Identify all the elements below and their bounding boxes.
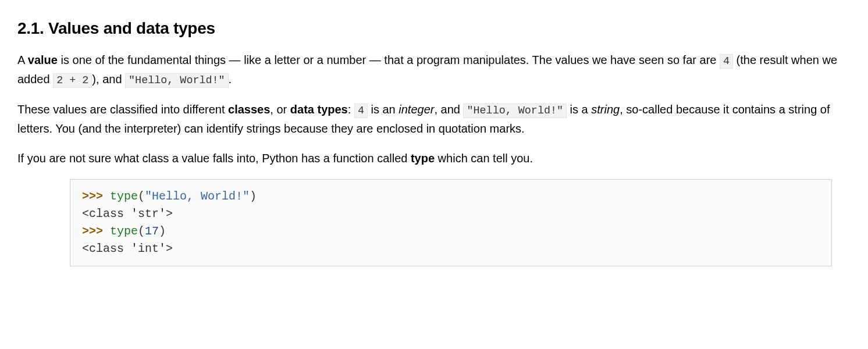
repl-punct: ) xyxy=(250,190,257,203)
repl-prompt: >>> xyxy=(82,225,110,238)
inline-code-hello-world: "Hello, World!" xyxy=(125,73,229,88)
bold-value: value xyxy=(28,54,58,66)
text: . xyxy=(229,73,232,86)
italic-string: string xyxy=(591,103,620,116)
section-heading: 2.1. Values and data types xyxy=(17,16,851,41)
inline-code-hello-world: "Hello, World!" xyxy=(463,104,567,118)
paragraph-3: If you are not sure what class a value f… xyxy=(17,149,851,168)
bold-classes: classes xyxy=(228,103,270,116)
inline-code-2plus2: 2 + 2 xyxy=(53,73,92,88)
repl-prompt: >>> xyxy=(82,190,110,203)
text: A xyxy=(17,54,28,66)
repl-string: "Hello, World!" xyxy=(145,190,250,203)
inline-code-4: 4 xyxy=(354,104,368,118)
text: , or xyxy=(270,103,290,116)
repl-output: <class 'str'> xyxy=(82,207,173,220)
repl-number: 17 xyxy=(145,225,159,238)
text: These values are classified into differe… xyxy=(17,103,228,116)
repl-punct: ) xyxy=(159,225,166,238)
repl-builtin-type: type xyxy=(110,225,138,238)
paragraph-2: These values are classified into differe… xyxy=(17,101,851,138)
text: is a xyxy=(567,103,591,116)
inline-code-4: 4 xyxy=(720,54,733,69)
bold-data-types: data types xyxy=(290,103,348,116)
text: which can tell you. xyxy=(435,152,533,165)
code-block-repl: >>> type("Hello, World!") <class 'str'> … xyxy=(70,179,832,266)
text: is an xyxy=(368,103,399,116)
bold-type: type xyxy=(411,152,435,165)
repl-builtin-type: type xyxy=(110,190,138,203)
paragraph-1: A value is one of the fundamental things… xyxy=(17,51,851,89)
italic-integer: integer xyxy=(399,103,434,116)
text: , and xyxy=(434,103,463,116)
text: is one of the fundamental things — like … xyxy=(58,54,720,66)
repl-punct: ( xyxy=(138,225,145,238)
code-pre: >>> type("Hello, World!") <class 'str'> … xyxy=(82,188,820,258)
text: If you are not sure what class a value f… xyxy=(17,152,411,165)
text: : xyxy=(348,103,354,116)
text: ), and xyxy=(92,73,125,86)
repl-punct: ( xyxy=(138,190,145,203)
repl-output: <class 'int'> xyxy=(82,242,173,255)
